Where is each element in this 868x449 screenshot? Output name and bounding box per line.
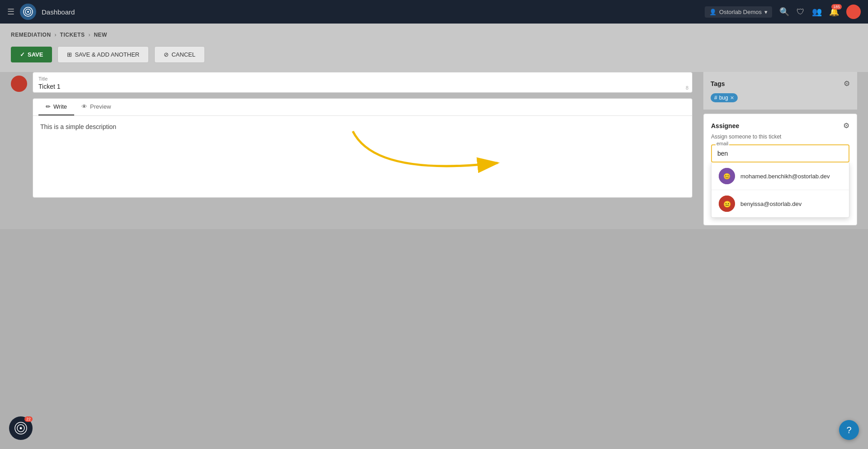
tags-section: Tags ⚙ # bug ✕ xyxy=(703,72,857,110)
toolbar: ✓ SAVE ⊞ SAVE & ADD ANOTHER ⊘ CANCEL xyxy=(0,46,868,72)
assignee-dropdown: 😊 mohamed.benchikh@ostorlab.dev 😐 benyis… xyxy=(711,162,849,218)
breadcrumb-tickets[interactable]: TICKETS xyxy=(60,32,85,38)
user-email-2: benyissa@ostorlab.dev xyxy=(740,201,802,207)
help-button[interactable]: ? xyxy=(839,420,859,440)
user-side-avatar xyxy=(11,76,27,92)
tags-section-title: Tags xyxy=(711,80,725,87)
assignee-section: Assignee ⚙ Assign someone to this ticket… xyxy=(703,114,857,225)
title-input[interactable] xyxy=(38,83,687,90)
user-email-1: mohamed.benchikh@ostorlab.dev xyxy=(740,173,830,180)
write-tab-label: Write xyxy=(53,103,67,110)
tags-section-header: Tags ⚙ xyxy=(711,79,850,88)
dropdown-user-2[interactable]: 😐 benyissa@ostorlab.dev xyxy=(711,190,849,217)
assignee-header: Assignee ⚙ xyxy=(711,121,849,130)
main-content: Title 8 ✏ Write 👁 Preview This xyxy=(0,72,868,229)
user-avatar-2: 😐 xyxy=(719,196,735,212)
contact-icon[interactable]: 👥 xyxy=(812,7,822,17)
help-icon: ? xyxy=(846,425,851,435)
tags-list: # bug ✕ xyxy=(711,93,850,102)
email-input-wrap: email xyxy=(711,144,849,162)
user-avatar-1: 😊 xyxy=(719,168,735,184)
shield-icon[interactable]: 🛡 xyxy=(797,7,805,17)
svg-text:😊: 😊 xyxy=(723,172,731,180)
workspace-chevron: ▾ xyxy=(764,9,768,15)
eye-icon: 👁 xyxy=(81,103,87,110)
nav-title: Dashboard xyxy=(42,8,699,16)
notification-badge: 185 xyxy=(831,4,842,10)
workspace-selector[interactable]: 👤 Ostorlab Demos ▾ xyxy=(705,6,772,18)
editor-body[interactable]: This is a simple description xyxy=(33,116,692,197)
right-sidebar: Tags ⚙ # bug ✕ Assignee ⚙ Assign someone… xyxy=(703,72,857,229)
breadcrumb-new: NEW xyxy=(94,32,107,38)
svg-point-10 xyxy=(20,427,22,430)
tag-close-icon[interactable]: ✕ xyxy=(730,95,734,101)
svg-text:😐: 😐 xyxy=(723,201,731,208)
preview-tab[interactable]: 👁 Preview xyxy=(74,99,118,115)
email-search-input[interactable] xyxy=(711,144,849,162)
search-button[interactable]: 🔍 xyxy=(779,7,789,17)
tag-hash-icon: # xyxy=(714,95,717,101)
workspace-icon: 👤 xyxy=(709,9,716,15)
description-text: This is a simple description xyxy=(40,123,116,130)
tag-label: bug xyxy=(719,95,728,101)
pencil-icon: ✏ xyxy=(46,103,51,110)
tags-gear-icon[interactable]: ⚙ xyxy=(844,79,850,88)
save-label: SAVE xyxy=(28,51,43,58)
assignee-title: Assignee xyxy=(711,122,739,129)
breadcrumb-sep-1: › xyxy=(55,32,57,38)
assign-hint: Assign someone to this ticket xyxy=(711,134,849,140)
breadcrumb-sep-2: › xyxy=(88,32,90,38)
title-label: Title xyxy=(38,76,687,81)
cancel-label: CANCEL xyxy=(171,51,195,58)
bottom-logo-badge: 22 xyxy=(24,416,33,422)
save-add-icon: ⊞ xyxy=(67,51,72,58)
editor-wrap: ✏ Write 👁 Preview This is a simple descr… xyxy=(33,98,693,198)
save-check-icon: ✓ xyxy=(20,51,25,58)
preview-tab-label: Preview xyxy=(90,103,111,110)
editor-tabs: ✏ Write 👁 Preview xyxy=(33,99,692,116)
title-char-count: 8 xyxy=(686,85,688,91)
save-add-another-button[interactable]: ⊞ SAVE & ADD ANOTHER xyxy=(57,46,149,63)
svg-point-2 xyxy=(27,11,29,13)
nav-right-actions: 👤 Ostorlab Demos ▾ 🔍 🛡 👥 🔔 185 xyxy=(705,5,861,19)
form-area: Title 8 ✏ Write 👁 Preview This xyxy=(33,72,693,229)
left-column: Title 8 ✏ Write 👁 Preview This xyxy=(11,72,693,229)
assignee-gear-icon[interactable]: ⚙ xyxy=(843,121,849,130)
top-navigation: ☰ Dashboard 👤 Ostorlab Demos ▾ 🔍 🛡 👥 🔔 1… xyxy=(0,0,868,24)
nav-logo xyxy=(20,4,36,20)
save-add-label: SAVE & ADD ANOTHER xyxy=(75,51,139,58)
tag-bug: # bug ✕ xyxy=(711,93,738,102)
workspace-name: Ostorlab Demos xyxy=(719,9,762,15)
user-avatar[interactable] xyxy=(846,5,861,19)
breadcrumb-remediation[interactable]: REMEDIATION xyxy=(11,32,51,38)
hamburger-icon[interactable]: ☰ xyxy=(7,7,14,17)
cancel-icon: ⊘ xyxy=(164,51,169,58)
bottom-logo[interactable]: 22 xyxy=(9,416,33,440)
save-button[interactable]: ✓ SAVE xyxy=(11,47,52,62)
title-field-wrap: Title 8 xyxy=(33,72,693,93)
write-tab[interactable]: ✏ Write xyxy=(38,99,74,115)
email-float-label: email xyxy=(716,141,729,146)
dropdown-user-1[interactable]: 😊 mohamed.benchikh@ostorlab.dev xyxy=(711,162,849,190)
bell-button[interactable]: 🔔 185 xyxy=(829,7,839,17)
breadcrumb: REMEDIATION › TICKETS › NEW xyxy=(0,24,868,46)
cancel-button[interactable]: ⊘ CANCEL xyxy=(154,46,205,63)
